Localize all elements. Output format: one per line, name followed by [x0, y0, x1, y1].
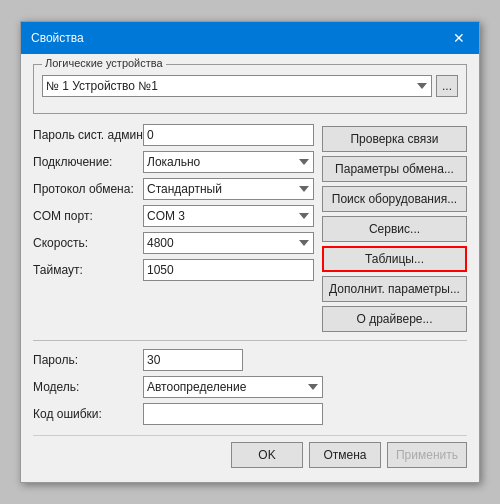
logical-devices-title: Логические устройства — [42, 57, 166, 69]
timeout-row: Таймаут: — [33, 259, 314, 281]
title-bar: Свойства ✕ — [21, 22, 479, 54]
device-browse-button[interactable]: ... — [436, 75, 458, 97]
speed-row: Скорость: 4800 — [33, 232, 314, 254]
device-select[interactable]: № 1 Устройство №1 — [42, 75, 432, 97]
logical-devices-group: Логические устройства № 1 Устройство №1 … — [33, 64, 467, 114]
ok-button[interactable]: OK — [231, 442, 303, 468]
password-row: Пароль сист. администратора: — [33, 124, 314, 146]
device-row: № 1 Устройство №1 ... — [42, 75, 458, 97]
footer: OK Отмена Применить — [33, 435, 467, 472]
bottom-password-label: Пароль: — [33, 353, 143, 367]
connection-select[interactable]: Локально — [143, 151, 314, 173]
additional-params-button[interactable]: Дополнит. параметры... — [322, 276, 467, 302]
protocol-label: Протокол обмена: — [33, 182, 143, 196]
service-button[interactable]: Сервис... — [322, 216, 467, 242]
dialog-body: Логические устройства № 1 Устройство №1 … — [21, 54, 479, 482]
error-label: Код ошибки: — [33, 407, 143, 421]
com-port-row: COM порт: COM 3 — [33, 205, 314, 227]
separator — [33, 340, 467, 341]
timeout-label: Таймаут: — [33, 263, 143, 277]
speed-label: Скорость: — [33, 236, 143, 250]
tables-button[interactable]: Таблицы... — [322, 246, 467, 272]
about-driver-button[interactable]: О драйвере... — [322, 306, 467, 332]
password-input[interactable] — [143, 124, 314, 146]
find-equipment-button[interactable]: Поиск оборудования... — [322, 186, 467, 212]
speed-select[interactable]: 4800 — [143, 232, 314, 254]
close-button[interactable]: ✕ — [449, 28, 469, 48]
connection-row: Подключение: Локально — [33, 151, 314, 173]
right-panel: Проверка связи Параметры обмена... Поиск… — [322, 124, 467, 332]
bottom-section: Пароль: Модель: Автоопределение Код ошиб… — [33, 349, 467, 425]
check-connection-button[interactable]: Проверка связи — [322, 126, 467, 152]
model-label: Модель: — [33, 380, 143, 394]
main-layout: Пароль сист. администратора: Подключение… — [33, 124, 467, 332]
model-row: Модель: Автоопределение — [33, 376, 467, 398]
dialog-title: Свойства — [31, 31, 84, 45]
com-port-select[interactable]: COM 3 — [143, 205, 314, 227]
exchange-params-button[interactable]: Параметры обмена... — [322, 156, 467, 182]
com-port-label: COM порт: — [33, 209, 143, 223]
error-input[interactable] — [143, 403, 323, 425]
protocol-row: Протокол обмена: Стандартный — [33, 178, 314, 200]
bottom-password-input[interactable] — [143, 349, 243, 371]
model-select[interactable]: Автоопределение — [143, 376, 323, 398]
properties-dialog: Свойства ✕ Логические устройства № 1 Уст… — [20, 21, 480, 483]
cancel-button[interactable]: Отмена — [309, 442, 381, 468]
error-row: Код ошибки: — [33, 403, 467, 425]
connection-label: Подключение: — [33, 155, 143, 169]
protocol-select[interactable]: Стандартный — [143, 178, 314, 200]
left-panel: Пароль сист. администратора: Подключение… — [33, 124, 314, 332]
timeout-input[interactable] — [143, 259, 314, 281]
password-label: Пароль сист. администратора: — [33, 128, 143, 142]
apply-button[interactable]: Применить — [387, 442, 467, 468]
bottom-password-row: Пароль: — [33, 349, 467, 371]
